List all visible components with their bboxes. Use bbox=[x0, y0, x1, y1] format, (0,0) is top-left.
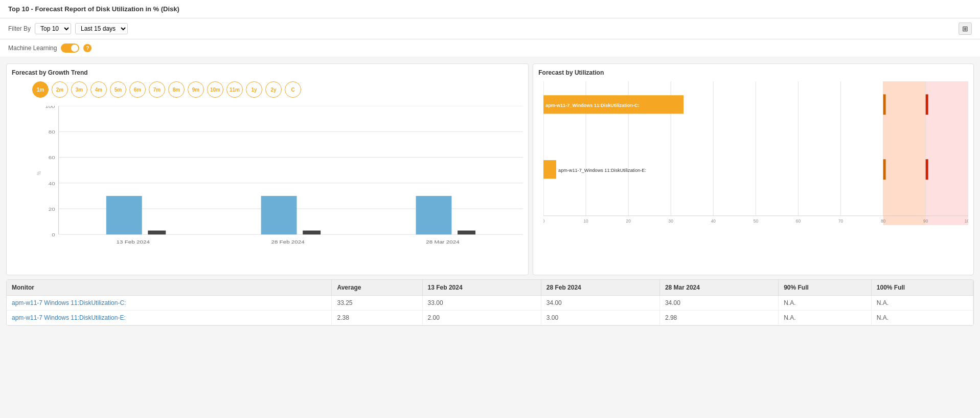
bar-feb13-dark bbox=[148, 231, 166, 235]
cell-monitor: apm-w11-7 Windows 11:DiskUtilization-C: bbox=[7, 296, 332, 311]
period-btn-10m[interactable]: 10m bbox=[207, 81, 223, 98]
cell-mar28: 34.00 bbox=[659, 296, 778, 311]
cell-feb28: 3.00 bbox=[541, 311, 659, 325]
date-range-select[interactable]: Last 15 days Last 30 days Last 7 days bbox=[75, 23, 128, 34]
data-table: Monitor Average 13 Feb 2024 28 Feb 2024 … bbox=[7, 280, 973, 325]
hbar-monitor2 bbox=[543, 160, 556, 179]
period-btn-8m[interactable]: 8m bbox=[168, 81, 185, 98]
filter-bar: Filter By Top 10 Top 5 Top 20 Last 15 da… bbox=[0, 18, 980, 39]
right-chart-title: Forecast by Utilization bbox=[538, 69, 968, 76]
ml-toggle[interactable] bbox=[61, 43, 79, 53]
cell-average: 2.38 bbox=[332, 311, 422, 325]
cell-mar28: 2.98 bbox=[659, 311, 778, 325]
cell-monitor: apm-w11-7 Windows 11:DiskUtilization-E: bbox=[7, 311, 332, 325]
period-btn-9m[interactable]: 9m bbox=[188, 81, 204, 98]
svg-text:apm-w11-7_Windows 11:DiskUtili: apm-w11-7_Windows 11:DiskUtilization-E: bbox=[558, 167, 646, 172]
svg-text:10: 10 bbox=[584, 218, 588, 224]
monitor-link[interactable]: apm-w11-7 Windows 11:DiskUtilization-E: bbox=[12, 314, 126, 321]
hbar-monitor2-orange-marker bbox=[883, 159, 886, 180]
cell-feb13: 2.00 bbox=[422, 311, 541, 325]
period-btn-6m[interactable]: 6m bbox=[129, 81, 146, 98]
svg-text:100: 100 bbox=[965, 218, 968, 224]
cell-100full: N.A. bbox=[871, 296, 973, 311]
page-title: Top 10 - Forecast Report of Disk Utiliza… bbox=[0, 0, 980, 18]
period-btn-5m[interactable]: 5m bbox=[110, 81, 126, 98]
hbar-chart-svg: apm-w11-7_Windows 11:DiskUtilization-C: … bbox=[543, 81, 968, 230]
svg-text:28 Mar 2024: 28 Mar 2024 bbox=[426, 239, 459, 245]
bar-feb13-blue bbox=[106, 196, 142, 234]
col-header-average: Average bbox=[332, 280, 422, 296]
svg-text:20: 20 bbox=[626, 218, 631, 224]
svg-text:40: 40 bbox=[49, 181, 55, 186]
cell-average: 33.25 bbox=[332, 296, 422, 311]
svg-text:28 Feb 2024: 28 Feb 2024 bbox=[271, 239, 304, 245]
hbar-monitor1-red-marker bbox=[926, 94, 928, 115]
help-icon[interactable]: ? bbox=[83, 44, 92, 52]
svg-text:0: 0 bbox=[543, 218, 544, 224]
cell-90full: N.A. bbox=[779, 296, 872, 311]
svg-text:20: 20 bbox=[49, 206, 55, 212]
col-header-feb28: 28 Feb 2024 bbox=[541, 280, 659, 296]
svg-text:60: 60 bbox=[49, 155, 55, 160]
col-header-100full: 100% Full bbox=[871, 280, 973, 296]
period-btn-11m[interactable]: 11m bbox=[226, 81, 243, 98]
svg-text:apm-w11-7_Windows 11:DiskUtili: apm-w11-7_Windows 11:DiskUtilization-C: bbox=[545, 102, 639, 107]
cell-feb28: 34.00 bbox=[541, 296, 659, 311]
period-btn-2y[interactable]: 2y bbox=[265, 81, 282, 98]
left-chart-panel: Forecast by Growth Trend 1m2m3m4m5m6m7m8… bbox=[6, 63, 529, 275]
svg-text:80: 80 bbox=[49, 129, 55, 135]
period-btn-1m[interactable]: 1m bbox=[32, 81, 49, 98]
period-btn-2m[interactable]: 2m bbox=[52, 81, 68, 98]
bar-chart-area: 100 80 60 40 20 0 % 13 Feb 2024 28 Feb 2… bbox=[12, 106, 523, 270]
period-btn-1y[interactable]: 1y bbox=[246, 81, 262, 98]
period-buttons: 1m2m3m4m5m6m7m8m9m10m11m1y2yC bbox=[12, 81, 523, 98]
svg-text:40: 40 bbox=[711, 218, 716, 224]
monitor-link[interactable]: apm-w11-7 Windows 11:DiskUtilization-C: bbox=[12, 299, 126, 306]
bar-chart-svg: 100 80 60 40 20 0 % 13 Feb 2024 28 Feb 2… bbox=[35, 106, 523, 254]
svg-text:80: 80 bbox=[881, 218, 885, 224]
bar-mar28-dark bbox=[458, 231, 475, 235]
svg-text:13 Feb 2024: 13 Feb 2024 bbox=[117, 239, 150, 245]
col-header-90full: 90% Full bbox=[779, 280, 872, 296]
table-row: apm-w11-7 Windows 11:DiskUtilization-E: … bbox=[7, 311, 973, 325]
table-section: Monitor Average 13 Feb 2024 28 Feb 2024 … bbox=[6, 279, 974, 326]
svg-text:50: 50 bbox=[754, 218, 758, 224]
period-btn-7m[interactable]: 7m bbox=[149, 81, 165, 98]
cell-100full: N.A. bbox=[871, 311, 973, 325]
svg-text:70: 70 bbox=[838, 218, 843, 224]
svg-text:30: 30 bbox=[669, 218, 673, 224]
hbar-monitor2-red-marker bbox=[926, 159, 928, 180]
svg-rect-18 bbox=[883, 81, 926, 225]
right-chart-panel: Forecast by Utilization bbox=[533, 63, 974, 275]
cell-90full: N.A. bbox=[779, 311, 872, 325]
table-row: apm-w11-7 Windows 11:DiskUtilization-C: … bbox=[7, 296, 973, 311]
cell-feb13: 33.00 bbox=[422, 296, 541, 311]
svg-text:60: 60 bbox=[796, 218, 801, 224]
filter-by-select[interactable]: Top 10 Top 5 Top 20 bbox=[35, 23, 71, 34]
svg-text:%: % bbox=[36, 171, 42, 175]
export-button[interactable]: ⊞ bbox=[959, 23, 972, 35]
bar-feb28-dark bbox=[303, 231, 321, 235]
svg-text:100: 100 bbox=[45, 106, 55, 109]
left-chart-title: Forecast by Growth Trend bbox=[12, 69, 523, 76]
ml-label: Machine Learning bbox=[8, 45, 57, 52]
charts-row: Forecast by Growth Trend 1m2m3m4m5m6m7m8… bbox=[0, 57, 980, 275]
hbar-monitor1-orange-marker bbox=[883, 94, 886, 115]
col-header-feb13: 13 Feb 2024 bbox=[422, 280, 541, 296]
period-btn-3m[interactable]: 3m bbox=[71, 81, 87, 98]
col-header-mar28: 28 Mar 2024 bbox=[659, 280, 778, 296]
bar-mar28-blue bbox=[416, 196, 452, 234]
period-btn-4m[interactable]: 4m bbox=[90, 81, 107, 98]
filter-by-label: Filter By bbox=[8, 25, 31, 32]
svg-text:90: 90 bbox=[923, 218, 928, 224]
bar-feb28-blue bbox=[261, 196, 297, 234]
period-btn-C[interactable]: C bbox=[285, 81, 301, 98]
ml-bar: Machine Learning ? bbox=[0, 39, 980, 57]
col-header-monitor: Monitor bbox=[7, 280, 332, 296]
svg-text:0: 0 bbox=[52, 232, 55, 237]
hbar-chart-area: apm-w11-7_Windows 11:DiskUtilization-C: … bbox=[538, 81, 968, 245]
